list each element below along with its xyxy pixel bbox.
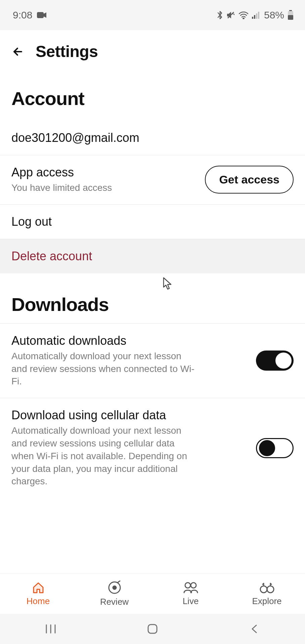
row-auto-downloads: Automatic downloads Automatically downlo… [0, 323, 305, 398]
app-access-sub: You have limited access [11, 181, 195, 194]
home-button[interactable] [142, 622, 163, 636]
auto-downloads-toggle[interactable] [256, 351, 294, 371]
cellular-downloads-toggle[interactable] [256, 438, 294, 458]
logout-label: Log out [11, 215, 294, 229]
section-account-title: Account [0, 67, 305, 117]
tab-home[interactable]: Home [0, 574, 76, 614]
row-logout[interactable]: Log out [0, 205, 305, 239]
tab-explore[interactable]: Explore [229, 574, 305, 614]
svg-point-17 [260, 586, 267, 593]
tab-live[interactable]: Live [152, 574, 229, 614]
back-button[interactable] [11, 44, 26, 59]
system-back-button[interactable] [244, 622, 264, 636]
tab-review-label: Review [100, 597, 129, 607]
tab-live-label: Live [183, 596, 199, 606]
camera-icon [37, 11, 47, 19]
recent-apps-button[interactable] [41, 622, 61, 636]
svg-rect-5 [252, 17, 253, 19]
page-title: Settings [36, 42, 98, 61]
auto-downloads-sub: Automatically download your next lesson … [11, 350, 200, 388]
signal-icon [252, 11, 261, 19]
svg-rect-8 [258, 12, 259, 19]
row-cellular-downloads: Download using cellular data Automatical… [0, 398, 305, 498]
svg-point-13 [113, 586, 116, 589]
svg-rect-9 [289, 10, 292, 11]
get-access-button[interactable]: Get access [205, 166, 294, 194]
account-email: doe301200@gmail.com [11, 131, 294, 145]
battery-icon [288, 10, 294, 20]
auto-downloads-label: Automatic downloads [11, 334, 247, 348]
cellular-downloads-sub: Automatically download your next lesson … [11, 424, 200, 488]
system-nav [0, 614, 305, 644]
svg-point-15 [185, 583, 190, 588]
bluetooth-icon [217, 10, 223, 20]
tab-explore-label: Explore [252, 596, 281, 606]
row-app-access: App access You have limited access Get a… [0, 155, 305, 205]
page-header: Settings [0, 30, 305, 67]
svg-point-16 [191, 583, 196, 588]
row-delete-account[interactable]: Delete account [0, 239, 305, 273]
status-time: 9:08 [13, 9, 32, 21]
svg-line-14 [118, 581, 120, 583]
section-downloads-title: Downloads [0, 273, 305, 323]
battery-percent: 58% [264, 9, 284, 21]
svg-rect-6 [254, 15, 255, 19]
tab-review[interactable]: Review [76, 574, 152, 614]
settings-content: Account doe301200@gmail.com App access Y… [0, 67, 305, 574]
cellular-downloads-label: Download using cellular data [11, 408, 247, 422]
svg-point-18 [267, 586, 274, 593]
app-access-label: App access [11, 165, 195, 179]
svg-point-4 [243, 18, 244, 19]
svg-rect-11 [288, 15, 293, 20]
delete-account-label: Delete account [11, 249, 294, 263]
svg-rect-7 [256, 13, 257, 19]
bottom-nav: Home Review Live Explore [0, 574, 305, 614]
row-email[interactable]: doe301200@gmail.com [0, 117, 305, 155]
mute-icon [226, 11, 235, 19]
wifi-icon [238, 11, 249, 19]
svg-rect-0 [37, 12, 44, 18]
tab-home-label: Home [27, 596, 50, 606]
svg-rect-23 [148, 625, 157, 633]
status-bar: 9:08 58% [0, 0, 305, 30]
